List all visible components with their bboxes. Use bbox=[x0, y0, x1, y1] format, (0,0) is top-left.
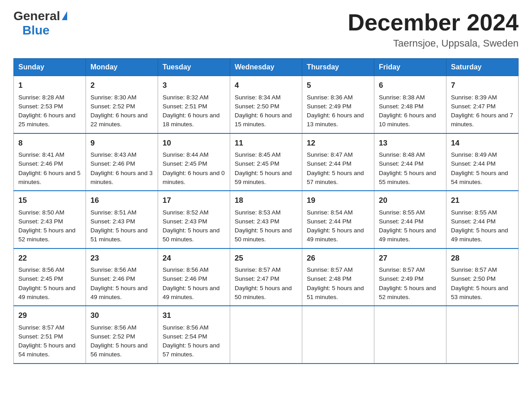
day-of-week-header: Saturday bbox=[446, 59, 519, 76]
day-number: 3 bbox=[163, 80, 225, 91]
calendar-day-cell: 17Sunrise: 8:52 AMSunset: 2:43 PMDayligh… bbox=[158, 191, 230, 248]
page-header: General Blue December 2024 Taernsjoe, Up… bbox=[13, 9, 519, 49]
calendar-day-cell: 6Sunrise: 8:38 AMSunset: 2:48 PMDaylight… bbox=[374, 76, 446, 133]
calendar-week-row: 15Sunrise: 8:50 AMSunset: 2:43 PMDayligh… bbox=[14, 191, 519, 248]
logo-general-text: General bbox=[13, 9, 60, 23]
calendar-day-cell: 24Sunrise: 8:56 AMSunset: 2:46 PMDayligh… bbox=[158, 248, 230, 306]
calendar-day-cell: 9Sunrise: 8:43 AMSunset: 2:46 PMDaylight… bbox=[86, 133, 158, 191]
day-number: 15 bbox=[18, 195, 81, 206]
calendar-header-row: SundayMondayTuesdayWednesdayThursdayFrid… bbox=[14, 59, 519, 76]
day-number: 26 bbox=[307, 253, 369, 264]
calendar-week-row: 22Sunrise: 8:56 AMSunset: 2:45 PMDayligh… bbox=[14, 248, 519, 306]
calendar-day-cell: 20Sunrise: 8:55 AMSunset: 2:44 PMDayligh… bbox=[374, 191, 446, 248]
day-number: 11 bbox=[235, 137, 297, 149]
calendar-day-cell: 26Sunrise: 8:57 AMSunset: 2:48 PMDayligh… bbox=[302, 248, 374, 306]
calendar-day-cell: 23Sunrise: 8:56 AMSunset: 2:46 PMDayligh… bbox=[86, 248, 158, 306]
calendar-day-cell: 31Sunrise: 8:56 AMSunset: 2:54 PMDayligh… bbox=[158, 306, 230, 364]
day-of-week-header: Friday bbox=[374, 59, 446, 76]
day-of-week-header: Sunday bbox=[14, 59, 86, 76]
day-number: 23 bbox=[90, 253, 153, 264]
day-number: 12 bbox=[307, 137, 369, 149]
day-of-week-header: Monday bbox=[86, 59, 158, 76]
day-number: 13 bbox=[379, 137, 442, 149]
calendar-day-cell: 28Sunrise: 8:57 AMSunset: 2:50 PMDayligh… bbox=[446, 248, 519, 306]
calendar-day-cell: 2Sunrise: 8:30 AMSunset: 2:52 PMDaylight… bbox=[86, 76, 158, 133]
calendar-day-cell: 5Sunrise: 8:36 AMSunset: 2:49 PMDaylight… bbox=[302, 76, 374, 133]
calendar-day-cell: 22Sunrise: 8:56 AMSunset: 2:45 PMDayligh… bbox=[14, 248, 86, 306]
day-number: 9 bbox=[90, 137, 153, 149]
day-number: 2 bbox=[90, 80, 153, 91]
day-of-week-header: Thursday bbox=[302, 59, 374, 76]
calendar-week-row: 1Sunrise: 8:28 AMSunset: 2:53 PMDaylight… bbox=[14, 76, 519, 133]
calendar-day-cell: 3Sunrise: 8:32 AMSunset: 2:51 PMDaylight… bbox=[158, 76, 230, 133]
day-number: 22 bbox=[18, 253, 81, 264]
calendar-day-cell: 21Sunrise: 8:55 AMSunset: 2:44 PMDayligh… bbox=[446, 191, 519, 248]
calendar-day-cell: 8Sunrise: 8:41 AMSunset: 2:46 PMDaylight… bbox=[14, 133, 86, 191]
calendar-day-cell: 4Sunrise: 8:34 AMSunset: 2:50 PMDaylight… bbox=[230, 76, 302, 133]
day-number: 28 bbox=[451, 253, 514, 264]
calendar-week-row: 8Sunrise: 8:41 AMSunset: 2:46 PMDaylight… bbox=[14, 133, 519, 191]
month-title: December 2024 bbox=[348, 9, 519, 36]
day-number: 24 bbox=[163, 253, 225, 264]
day-number: 16 bbox=[90, 195, 153, 206]
day-number: 20 bbox=[379, 195, 442, 206]
day-number: 30 bbox=[90, 310, 153, 321]
day-number: 5 bbox=[307, 80, 369, 91]
day-number: 7 bbox=[451, 80, 514, 91]
calendar-day-cell: 18Sunrise: 8:53 AMSunset: 2:43 PMDayligh… bbox=[230, 191, 302, 248]
calendar-day-cell: 19Sunrise: 8:54 AMSunset: 2:44 PMDayligh… bbox=[302, 191, 374, 248]
location-title: Taernsjoe, Uppsala, Sweden bbox=[348, 38, 519, 49]
calendar-day-cell bbox=[302, 306, 374, 364]
calendar-day-cell: 10Sunrise: 8:44 AMSunset: 2:45 PMDayligh… bbox=[158, 133, 230, 191]
calendar-day-cell: 11Sunrise: 8:45 AMSunset: 2:45 PMDayligh… bbox=[230, 133, 302, 191]
calendar-day-cell bbox=[446, 306, 519, 364]
day-number: 29 bbox=[18, 310, 81, 321]
day-of-week-header: Wednesday bbox=[230, 59, 302, 76]
calendar-day-cell: 15Sunrise: 8:50 AMSunset: 2:43 PMDayligh… bbox=[14, 191, 86, 248]
day-number: 14 bbox=[451, 137, 514, 149]
logo: General Blue bbox=[13, 9, 67, 38]
day-number: 6 bbox=[379, 80, 442, 91]
calendar-day-cell: 7Sunrise: 8:39 AMSunset: 2:47 PMDaylight… bbox=[446, 76, 519, 133]
day-number: 25 bbox=[235, 253, 297, 264]
calendar-day-cell: 29Sunrise: 8:57 AMSunset: 2:51 PMDayligh… bbox=[14, 306, 86, 364]
calendar-day-cell: 25Sunrise: 8:57 AMSunset: 2:47 PMDayligh… bbox=[230, 248, 302, 306]
day-number: 1 bbox=[18, 80, 81, 91]
day-number: 21 bbox=[451, 195, 514, 206]
calendar-day-cell: 12Sunrise: 8:47 AMSunset: 2:44 PMDayligh… bbox=[302, 133, 374, 191]
calendar-week-row: 29Sunrise: 8:57 AMSunset: 2:51 PMDayligh… bbox=[14, 306, 519, 364]
day-number: 8 bbox=[18, 137, 81, 149]
day-number: 18 bbox=[235, 195, 297, 206]
day-number: 19 bbox=[307, 195, 369, 206]
calendar-day-cell: 30Sunrise: 8:56 AMSunset: 2:52 PMDayligh… bbox=[86, 306, 158, 364]
title-section: December 2024 Taernsjoe, Uppsala, Sweden bbox=[348, 9, 519, 49]
day-number: 27 bbox=[379, 253, 442, 264]
day-number: 17 bbox=[163, 195, 225, 206]
calendar-day-cell bbox=[230, 306, 302, 364]
day-of-week-header: Tuesday bbox=[158, 59, 230, 76]
calendar-day-cell: 13Sunrise: 8:48 AMSunset: 2:44 PMDayligh… bbox=[374, 133, 446, 191]
day-number: 4 bbox=[235, 80, 297, 91]
calendar-day-cell: 1Sunrise: 8:28 AMSunset: 2:53 PMDaylight… bbox=[14, 76, 86, 133]
day-number: 31 bbox=[163, 310, 225, 321]
calendar-day-cell: 16Sunrise: 8:51 AMSunset: 2:43 PMDayligh… bbox=[86, 191, 158, 248]
day-number: 10 bbox=[163, 137, 225, 149]
logo-triangle-icon bbox=[62, 11, 67, 20]
logo-blue-text: Blue bbox=[22, 23, 50, 38]
calendar-table: SundayMondayTuesdayWednesdayThursdayFrid… bbox=[13, 58, 519, 364]
calendar-day-cell: 27Sunrise: 8:57 AMSunset: 2:49 PMDayligh… bbox=[374, 248, 446, 306]
calendar-day-cell: 14Sunrise: 8:49 AMSunset: 2:44 PMDayligh… bbox=[446, 133, 519, 191]
calendar-day-cell bbox=[374, 306, 446, 364]
